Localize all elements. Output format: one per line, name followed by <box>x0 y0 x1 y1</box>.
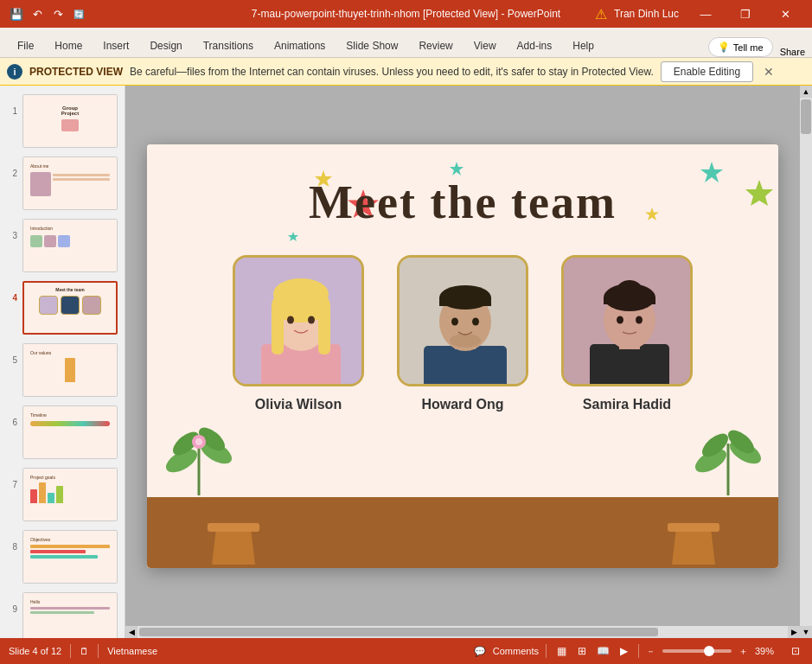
notes-icon: 🗒 <box>80 646 89 656</box>
slide-thumb-8[interactable]: 8 Objectives <box>3 528 121 585</box>
svg-point-7 <box>273 278 329 310</box>
redo-button[interactable]: ↷ <box>48 4 67 23</box>
slide-thumb-1[interactable]: 1 GroupProject <box>3 93 121 150</box>
tab-help[interactable]: Help <box>562 35 604 57</box>
tab-home[interactable]: Home <box>44 35 93 57</box>
slide-count: Slide 4 of 12 <box>9 646 61 656</box>
tab-insert[interactable]: Insert <box>93 35 139 57</box>
protected-icon: i <box>7 64 22 80</box>
slide-workspace: Meet the team <box>125 86 800 626</box>
slide-sorter-button[interactable]: ⊞ <box>574 643 590 659</box>
svg-point-9 <box>308 316 315 323</box>
lightbulb-icon: 💡 <box>718 42 730 53</box>
zoom-slider[interactable] <box>662 649 732 653</box>
restore-button[interactable]: ❐ <box>726 0 765 28</box>
svg-point-26 <box>617 316 623 323</box>
tab-addins[interactable]: Add-ins <box>507 35 563 57</box>
ribbon: File Home Insert Design Transitions Anim… <box>0 28 812 58</box>
tab-view[interactable]: View <box>464 35 507 57</box>
status-sep-1 <box>70 644 71 658</box>
scroll-up-button[interactable]: ▲ <box>800 86 812 98</box>
save-button[interactable]: 💾 <box>7 4 26 23</box>
tab-slideshow[interactable]: Slide Show <box>336 35 408 57</box>
svg-rect-11 <box>424 346 507 386</box>
member-photo-samira <box>561 255 693 386</box>
auto-save-button[interactable]: 🔄 <box>69 4 88 23</box>
svg-point-17 <box>472 317 479 325</box>
slide-thumb-4[interactable]: 4 Meet the team <box>3 279 121 336</box>
reading-view-button[interactable]: 📖 <box>595 643 611 659</box>
vertical-scrollbar: ▲ ▼ <box>800 86 812 638</box>
slide-img-4: Meet the team <box>22 281 118 335</box>
slide-img-9: Hello <box>22 592 118 638</box>
zoom-thumb[interactable] <box>704 646 714 656</box>
vscroll-thumb[interactable] <box>801 99 811 134</box>
slide-thumb-3[interactable]: 3 Introduction <box>3 217 121 274</box>
hscroll-track <box>137 626 788 638</box>
slide-num-7: 7 <box>5 480 17 489</box>
zoom-out-button[interactable]: － <box>646 645 655 658</box>
undo-button[interactable]: ↶ <box>28 4 47 23</box>
scroll-left-button[interactable]: ◀ <box>125 626 137 638</box>
slide-thumb-5[interactable]: 5 Our values <box>3 342 121 399</box>
view-icons: ▦ ⊞ 📖 ▶ <box>553 643 631 659</box>
tab-design[interactable]: Design <box>139 35 192 57</box>
status-right: 💬 Comments ▦ ⊞ 📖 ▶ － ＋ 39% ⊡ <box>474 643 803 659</box>
window-title: 7-mau-powerpoint-thuyet-trinh-nhom [Prot… <box>252 8 560 20</box>
svg-rect-5 <box>272 303 284 354</box>
slide-thumb-6[interactable]: 6 Timeline <box>3 404 121 461</box>
tab-review[interactable]: Review <box>408 35 463 57</box>
team-member-olivia: Olivia Wilson <box>233 255 364 412</box>
fit-slide-button[interactable]: ⊡ <box>788 643 803 659</box>
title-bar-right: ⚠ Tran Dinh Luc — ❐ ✕ <box>595 0 805 28</box>
close-button[interactable]: ✕ <box>765 0 805 28</box>
protected-label: PROTECTED VIEW <box>29 66 123 78</box>
tab-file[interactable]: File <box>7 35 44 57</box>
plant-right <box>685 392 771 499</box>
quick-access-toolbar: 💾 ↶ ↷ 🔄 <box>7 4 88 23</box>
protected-view-bar: i PROTECTED VIEW Be careful—files from t… <box>0 58 812 86</box>
tab-transitions[interactable]: Transitions <box>193 35 264 57</box>
slides-panel: 1 GroupProject 2 About me <box>0 86 125 638</box>
svg-point-18 <box>450 334 481 348</box>
minimize-button[interactable]: — <box>686 0 726 28</box>
scroll-right-button[interactable]: ▶ <box>788 626 800 638</box>
close-protected-bar-button[interactable]: ✕ <box>760 65 777 79</box>
vscroll-track <box>800 98 812 626</box>
svg-point-27 <box>636 316 643 323</box>
slide-img-6: Timeline <box>22 405 118 459</box>
slide-and-hscroll: Meet the team <box>125 86 800 638</box>
tell-me-box[interactable]: 💡 Tell me <box>708 37 773 57</box>
slide-thumb-9[interactable]: 9 Hello <box>3 591 121 638</box>
status-bar: Slide 4 of 12 🗒 Vietnamese 💬 Comments ▦ … <box>0 638 812 664</box>
hscroll-thumb[interactable] <box>139 628 658 636</box>
svg-rect-15 <box>439 297 491 306</box>
main-slide: Meet the team <box>147 144 778 568</box>
slideshow-button[interactable]: ▶ <box>616 643 631 659</box>
ribbon-tabs: File Home Insert Design Transitions Anim… <box>0 28 812 57</box>
status-left: Slide 4 of 12 🗒 Vietnamese <box>9 644 157 658</box>
pot-left <box>199 494 268 568</box>
star-teal-left2 <box>287 231 299 246</box>
svg-rect-41 <box>668 523 719 532</box>
protected-message: Be careful—files from the Internet can c… <box>130 66 654 78</box>
normal-view-button[interactable]: ▦ <box>553 643 569 659</box>
slide-num-1: 1 <box>5 106 17 116</box>
language: Vietnamese <box>107 646 157 656</box>
slide-thumb-2[interactable]: 2 About me <box>3 155 121 212</box>
zoom-in-button[interactable]: ＋ <box>738 645 748 658</box>
member-photo-olivia <box>233 255 364 386</box>
slide-num-6: 6 <box>5 418 17 427</box>
team-member-howard: Howard Ong <box>397 255 528 412</box>
status-sep-4 <box>638 644 639 658</box>
tab-animations[interactable]: Animations <box>264 35 336 57</box>
slide-num-9: 9 <box>5 604 17 614</box>
slide-num-4: 4 <box>5 293 17 303</box>
enable-editing-button[interactable]: Enable Editing <box>661 61 753 82</box>
status-sep-3 <box>546 644 547 658</box>
slide-img-3: Introduction <box>22 219 118 272</box>
slide-thumb-7[interactable]: 7 Project goals <box>3 466 121 523</box>
scroll-down-button[interactable]: ▼ <box>800 626 812 638</box>
share-button[interactable]: Share <box>780 47 805 57</box>
member-photo-howard <box>397 255 528 386</box>
